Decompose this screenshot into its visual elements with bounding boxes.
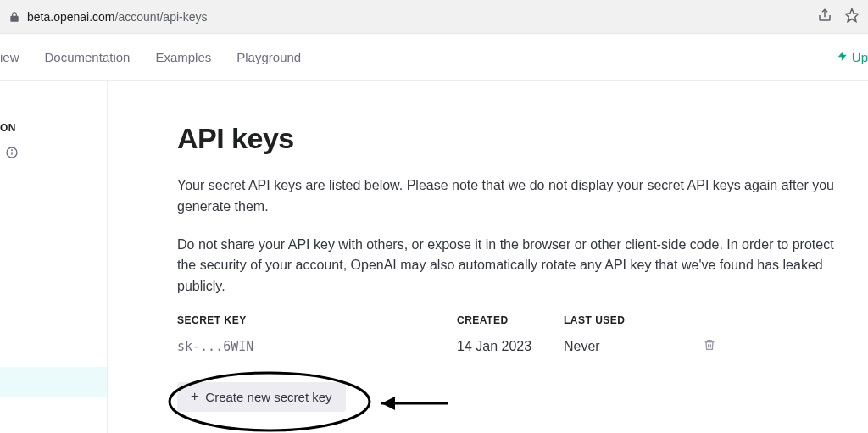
page-description-2: Do not share your API key with others, o… <box>177 235 855 297</box>
browser-address-bar: beta.openai.com/account/api-keys <box>0 0 868 34</box>
plus-icon: + <box>191 390 198 403</box>
table-row: sk-...6WIN 14 Jan 2023 Never <box>177 331 858 360</box>
table-header: SECRET KEY CREATED LAST USED <box>177 314 858 331</box>
top-nav: iew Documentation Examples Playground Up <box>0 34 868 81</box>
delete-key-button[interactable] <box>703 340 716 354</box>
nav-link-documentation[interactable]: Documentation <box>45 50 131 64</box>
sidebar-section-label: ON <box>0 122 107 134</box>
key-created: 14 Jan 2023 <box>457 339 564 354</box>
header-created: CREATED <box>457 314 564 326</box>
sidebar: ON <box>0 81 108 433</box>
url-domain: beta.openai.com <box>27 10 115 24</box>
page-description-1: Your secret API keys are listed below. P… <box>177 175 855 218</box>
upgrade-link[interactable]: Up <box>837 50 868 64</box>
lock-icon <box>8 11 20 23</box>
upgrade-label: Up <box>852 50 868 64</box>
nav-link-examples[interactable]: Examples <box>155 50 211 64</box>
create-button-label: Create new secret key <box>205 390 331 404</box>
header-last-used: LAST USED <box>564 314 691 326</box>
bolt-icon <box>837 50 849 64</box>
api-keys-table: SECRET KEY CREATED LAST USED sk-...6WIN … <box>177 314 858 360</box>
nav-link-overview[interactable]: iew <box>0 50 19 64</box>
sidebar-active-item[interactable] <box>0 367 107 397</box>
page-title: API keys <box>177 122 858 155</box>
info-icon[interactable] <box>0 146 107 163</box>
main-content: API keys Your secret API keys are listed… <box>108 81 868 433</box>
key-value: sk-...6WIN <box>177 339 457 354</box>
key-last-used: Never <box>564 339 691 354</box>
header-secret-key: SECRET KEY <box>177 314 457 326</box>
create-new-secret-key-button[interactable]: + Create new secret key <box>177 382 346 412</box>
url-text[interactable]: beta.openai.com/account/api-keys <box>27 10 817 24</box>
svg-point-2 <box>12 150 13 151</box>
nav-link-playground[interactable]: Playground <box>236 50 301 64</box>
url-path: /account/api-keys <box>115 10 208 24</box>
share-icon[interactable] <box>817 8 832 26</box>
star-icon[interactable] <box>844 8 860 26</box>
